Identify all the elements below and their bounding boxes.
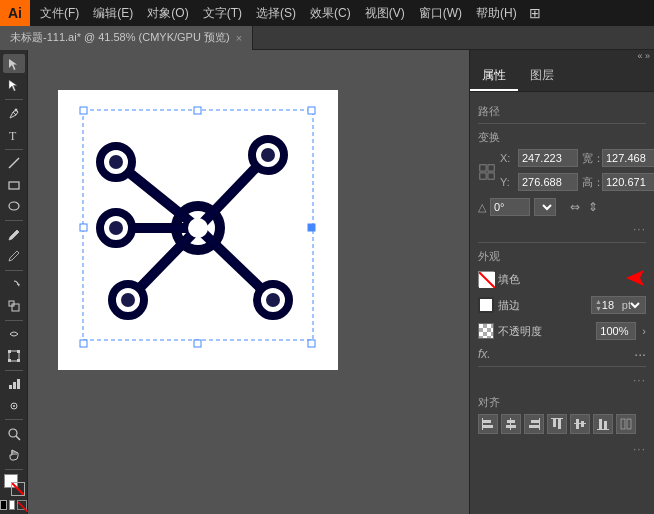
menu-help[interactable]: 帮助(H) bbox=[470, 3, 523, 24]
svg-line-41 bbox=[198, 228, 273, 300]
direct-selection-tool[interactable] bbox=[3, 75, 25, 94]
svg-point-50 bbox=[121, 293, 135, 307]
menu-select[interactable]: 选择(S) bbox=[250, 3, 302, 24]
svg-rect-64 bbox=[507, 420, 515, 423]
align-bottom-btn[interactable] bbox=[593, 414, 613, 434]
toolbar-divider-2 bbox=[5, 149, 23, 150]
align-center-h-btn[interactable] bbox=[570, 414, 590, 434]
toolbar-divider-5 bbox=[5, 320, 23, 321]
flip-h-icon[interactable]: ⇔ bbox=[570, 200, 580, 214]
panel-collapse-btn[interactable]: « » bbox=[637, 51, 650, 61]
pencil-tool[interactable] bbox=[3, 246, 25, 265]
menu-window[interactable]: 窗口(W) bbox=[413, 3, 468, 24]
distribute-v-btn[interactable] bbox=[616, 414, 636, 434]
none-swatch[interactable] bbox=[17, 500, 27, 510]
height-input[interactable] bbox=[602, 173, 654, 191]
svg-rect-68 bbox=[529, 425, 539, 428]
tab-layers[interactable]: 图层 bbox=[518, 62, 566, 91]
title-bar: Ai 文件(F) 编辑(E) 对象(O) 文字(T) 选择(S) 效果(C) 视… bbox=[0, 0, 654, 26]
black-swatch[interactable] bbox=[0, 500, 7, 510]
opacity-expand-btn[interactable]: › bbox=[642, 325, 646, 337]
grid-icon[interactable]: ⊞ bbox=[525, 3, 545, 23]
x-input[interactable] bbox=[518, 149, 578, 167]
document-tab[interactable]: 未标题-111.ai* @ 41.58% (CMYK/GPU 预览) × bbox=[0, 26, 253, 50]
chart-tool[interactable] bbox=[3, 374, 25, 393]
y-input[interactable] bbox=[518, 173, 578, 191]
paintbrush-tool[interactable] bbox=[3, 225, 25, 244]
angle-icon: △ bbox=[478, 201, 486, 214]
rotate-tool[interactable] bbox=[3, 275, 25, 294]
type-tool[interactable]: T bbox=[3, 125, 25, 144]
panel-collapse-bar: « » bbox=[470, 50, 654, 62]
angle-dropdown[interactable]: ▼ bbox=[534, 198, 556, 216]
fill-color-swatch[interactable] bbox=[11, 482, 25, 496]
svg-rect-10 bbox=[17, 350, 20, 353]
flip-v-icon[interactable]: ⇕ bbox=[588, 200, 598, 214]
svg-line-2 bbox=[9, 158, 19, 168]
y-label: Y: bbox=[500, 176, 514, 188]
fill-swatch[interactable] bbox=[478, 271, 494, 287]
menu-text[interactable]: 文字(T) bbox=[197, 3, 248, 24]
line-tool[interactable] bbox=[3, 154, 25, 173]
scale-tool[interactable] bbox=[3, 296, 25, 315]
svg-point-52 bbox=[188, 218, 208, 238]
right-panel: « » 属性 图层 路径 变换 X: bbox=[469, 50, 654, 514]
svg-line-37 bbox=[116, 162, 198, 228]
white-swatch[interactable] bbox=[9, 500, 16, 510]
menu-view[interactable]: 视图(V) bbox=[359, 3, 411, 24]
tab-bar: 未标题-111.ai* @ 41.58% (CMYK/GPU 预览) × bbox=[0, 26, 654, 50]
svg-rect-67 bbox=[531, 420, 539, 423]
align-center-v-btn[interactable] bbox=[501, 414, 521, 434]
free-transform-tool[interactable] bbox=[3, 346, 25, 365]
menu-edit[interactable]: 编辑(E) bbox=[87, 3, 139, 24]
stroke-row: 描边 ▲ ▼ pt ▼ bbox=[478, 294, 646, 316]
fill-row: 填色 bbox=[478, 268, 646, 290]
tab-close-button[interactable]: × bbox=[236, 32, 242, 44]
ellipse-tool[interactable] bbox=[3, 197, 25, 216]
svg-line-38 bbox=[198, 155, 268, 228]
stroke-increment-btn[interactable]: ▲ bbox=[595, 298, 602, 305]
tab-properties[interactable]: 属性 bbox=[470, 62, 518, 91]
align-left-btn[interactable] bbox=[478, 414, 498, 434]
rectangle-tool[interactable] bbox=[3, 175, 25, 194]
warp-tool[interactable] bbox=[3, 325, 25, 344]
selection-tool[interactable] bbox=[3, 54, 25, 73]
toolbar-divider-3 bbox=[5, 220, 23, 221]
align-more-btn[interactable]: ··· bbox=[633, 442, 646, 456]
pen-tool[interactable] bbox=[3, 104, 25, 123]
svg-point-17 bbox=[13, 405, 15, 407]
opacity-input[interactable] bbox=[596, 322, 636, 340]
zoom-tool[interactable] bbox=[3, 424, 25, 443]
transform-section-dots: ··· bbox=[478, 220, 646, 238]
stroke-swatch[interactable] bbox=[478, 297, 494, 313]
menu-file[interactable]: 文件(F) bbox=[34, 3, 85, 24]
svg-rect-22 bbox=[83, 110, 313, 340]
stroke-value-input[interactable] bbox=[602, 299, 622, 311]
menu-object[interactable]: 对象(O) bbox=[141, 3, 194, 24]
align-right-btn[interactable] bbox=[524, 414, 544, 434]
hand-tool[interactable] bbox=[3, 446, 25, 465]
menu-effect[interactable]: 效果(C) bbox=[304, 3, 357, 24]
svg-rect-24 bbox=[194, 107, 201, 114]
red-arrow-indicator bbox=[616, 268, 646, 291]
stroke-decrement-btn[interactable]: ▼ bbox=[595, 305, 602, 312]
align-section-dots: ··· bbox=[478, 440, 646, 458]
svg-point-43 bbox=[252, 139, 284, 171]
align-top-btn[interactable] bbox=[547, 414, 567, 434]
svg-line-35 bbox=[128, 228, 198, 300]
width-input[interactable] bbox=[602, 149, 654, 167]
opacity-label: 不透明度 bbox=[498, 324, 592, 339]
symbol-tool[interactable] bbox=[3, 396, 25, 415]
appearance-more-btn[interactable]: ··· bbox=[633, 373, 646, 387]
svg-rect-61 bbox=[483, 420, 491, 423]
svg-rect-79 bbox=[627, 419, 631, 429]
svg-rect-62 bbox=[483, 425, 493, 428]
svg-rect-78 bbox=[621, 419, 625, 429]
angle-input[interactable] bbox=[490, 198, 530, 216]
stroke-unit-dropdown[interactable]: ▼ bbox=[631, 299, 643, 312]
svg-line-21 bbox=[18, 502, 28, 512]
x-label: X: bbox=[500, 152, 514, 164]
transform-more-btn[interactable]: ··· bbox=[633, 222, 646, 236]
svg-rect-76 bbox=[599, 419, 602, 429]
fx-dots-btn[interactable]: ··· bbox=[634, 346, 646, 362]
